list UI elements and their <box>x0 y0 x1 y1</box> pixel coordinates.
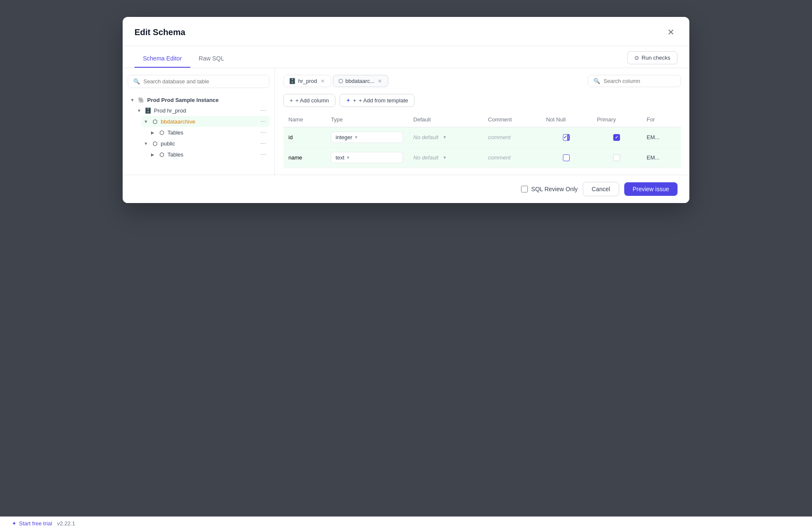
chevron-down-icon <box>143 140 149 146</box>
row-comment-name: comment <box>483 148 541 168</box>
type-select-id[interactable]: integer ▼ <box>331 132 403 143</box>
row-default-id[interactable]: No default ▼ <box>408 127 483 148</box>
start-free-trial-link[interactable]: ✦ Start free trial <box>12 520 52 527</box>
primary-checkbox-id[interactable] <box>597 134 636 141</box>
public-more-button[interactable]: ··· <box>259 140 268 147</box>
row-type-id[interactable]: integer ▼ <box>326 127 408 148</box>
row-primary-name[interactable] <box>592 148 642 168</box>
toolbar-row: + + Add column ✦ + + Add from template <box>283 94 681 107</box>
tables-tree-item-1[interactable]: ⬡ Tables ··· <box>148 127 269 138</box>
default-caret-icon: ▼ <box>443 155 447 160</box>
col-header-primary: Primary <box>592 112 642 127</box>
search-column-box[interactable]: 🔍 <box>588 75 681 87</box>
row-type-name[interactable]: text ▼ <box>326 148 408 168</box>
tab-raw-sql[interactable]: Raw SQL <box>190 52 233 68</box>
tab-schema-editor[interactable]: Schema Editor <box>134 52 190 68</box>
instance-label: Prod Prod Sample Instance <box>147 97 268 103</box>
tables-tree-item-2[interactable]: ⬡ Tables ··· <box>148 149 269 160</box>
chevron-down-icon <box>136 107 142 113</box>
col-header-name: Name <box>283 112 326 127</box>
col-header-type: Type <box>326 112 408 127</box>
public-label: public <box>161 140 256 147</box>
sql-review-only-label[interactable]: SQL Review Only <box>521 186 578 192</box>
chevron-right-icon <box>150 151 156 157</box>
schema-tab-icon: ⬡ <box>338 78 343 84</box>
caret-icon: ▼ <box>346 155 350 160</box>
plus-icon-2: + <box>353 97 357 104</box>
tables-more-button-1[interactable]: ··· <box>259 129 268 136</box>
modal-footer: SQL Review Only Cancel Preview issue <box>123 175 689 203</box>
not-null-checkbox-name[interactable] <box>546 154 587 161</box>
file-tab-close-bbdataarchive[interactable]: ✕ <box>377 78 383 84</box>
default-input-name: No default ▼ <box>413 154 477 161</box>
play-circle-icon: ⊙ <box>634 55 639 61</box>
file-tab-close-hr-prod[interactable]: ✕ <box>320 78 326 84</box>
col-header-default: Default <box>408 112 483 127</box>
db-tab-icon: 🗄️ <box>289 78 296 84</box>
main-content: 🗄️ hr_prod ✕ ⬡ bbdataarc... ✕ 🔍 <box>275 68 689 175</box>
star-icon: ✦ <box>12 520 16 527</box>
schema-tree-item[interactable]: ⬡ bbdataarchive ··· <box>141 116 269 127</box>
chevron-down-icon <box>143 118 149 124</box>
modal-body: 🔍 🐘 Prod Prod Sample Instance 🗄️ Prod hr… <box>123 68 689 175</box>
modal-overlay: Edit Schema ✕ Schema Editor Raw SQL ⊙ Ru… <box>0 0 812 530</box>
postgres-icon: 🐘 <box>138 96 145 103</box>
close-button[interactable]: ✕ <box>664 25 678 39</box>
public-children: ⬡ Tables ··· <box>141 149 269 160</box>
tables-more-button-2[interactable]: ··· <box>259 151 268 158</box>
row-for-id: EM... <box>642 127 681 148</box>
row-default-name[interactable]: No default ▼ <box>408 148 483 168</box>
caret-icon: ▼ <box>354 135 358 140</box>
tables-label-1: Tables <box>167 129 256 136</box>
table-row: id integer ▼ No <box>283 127 681 148</box>
preview-issue-button[interactable]: Preview issue <box>624 182 678 196</box>
file-tab-bbdataarchive[interactable]: ⬡ bbdataarc... ✕ <box>333 75 389 87</box>
instance-tree-item[interactable]: 🐘 Prod Prod Sample Instance <box>128 95 269 105</box>
schema-table: Name Type Default Comment Not Null Prima… <box>283 112 681 168</box>
search-icon: 🔍 <box>133 78 140 85</box>
primary-checkbox-name[interactable] <box>597 154 636 161</box>
tables-label-2: Tables <box>167 151 256 158</box>
search-database-box[interactable]: 🔍 <box>128 75 269 88</box>
run-checks-button[interactable]: ⊙ Run checks <box>627 51 678 64</box>
col-header-comment: Comment <box>483 112 541 127</box>
public-tree-item[interactable]: ⬡ public ··· <box>141 138 269 149</box>
chevron-down-icon <box>129 97 135 103</box>
tables-icon-2: ⬡ <box>158 151 165 158</box>
public-icon: ⬡ <box>151 140 158 147</box>
search-database-input[interactable] <box>143 78 264 85</box>
sparkle-icon: ✦ <box>346 97 351 104</box>
file-tab-hr-prod[interactable]: 🗄️ hr_prod ✕ <box>283 75 331 87</box>
schema-icon: ⬡ <box>151 118 158 125</box>
row-not-null-name[interactable] <box>541 148 592 168</box>
schema-table-container: Name Type Default Comment Not Null Prima… <box>283 112 681 168</box>
default-caret-icon: ▼ <box>443 135 447 140</box>
type-select-name[interactable]: text ▼ <box>331 152 403 163</box>
db-tree-item[interactable]: 🗄️ Prod hr_prod ··· <box>134 105 269 116</box>
modal-header: Edit Schema ✕ <box>123 17 689 46</box>
tabs-bar: Schema Editor Raw SQL ⊙ Run checks <box>123 46 689 68</box>
search-column-icon: 🔍 <box>593 78 600 84</box>
schema-label: bbdataarchive <box>161 118 256 125</box>
add-from-template-button[interactable]: ✦ + + Add from template <box>340 94 414 107</box>
row-for-name: EM... <box>642 148 681 168</box>
row-primary-id[interactable] <box>592 127 642 148</box>
edit-schema-modal: Edit Schema ✕ Schema Editor Raw SQL ⊙ Ru… <box>123 17 689 203</box>
plus-icon: + <box>290 97 293 104</box>
schema-more-button[interactable]: ··· <box>259 118 268 125</box>
schema-children: ⬡ Tables ··· <box>141 127 269 138</box>
bottom-bar: ✦ Start free trial v2.22.1 <box>0 516 812 530</box>
add-column-button[interactable]: + + Add column <box>283 94 335 107</box>
sql-review-checkbox[interactable] <box>521 186 528 192</box>
search-column-input[interactable] <box>604 78 675 84</box>
default-input-id: No default ▼ <box>413 134 477 140</box>
chevron-right-icon <box>150 129 156 135</box>
database-icon: 🗄️ <box>145 107 151 114</box>
cancel-button[interactable]: Cancel <box>583 182 619 196</box>
row-not-null-id[interactable]: ✓ <box>541 127 592 148</box>
db-more-button[interactable]: ··· <box>259 107 268 114</box>
instance-children: 🗄️ Prod hr_prod ··· ⬡ bbdataarchive ··· <box>128 105 269 160</box>
col-header-not-null: Not Null <box>541 112 592 127</box>
not-null-checkbox-id[interactable]: ✓ <box>546 134 587 141</box>
file-tabs-row: 🗄️ hr_prod ✕ ⬡ bbdataarc... ✕ 🔍 <box>283 75 681 87</box>
